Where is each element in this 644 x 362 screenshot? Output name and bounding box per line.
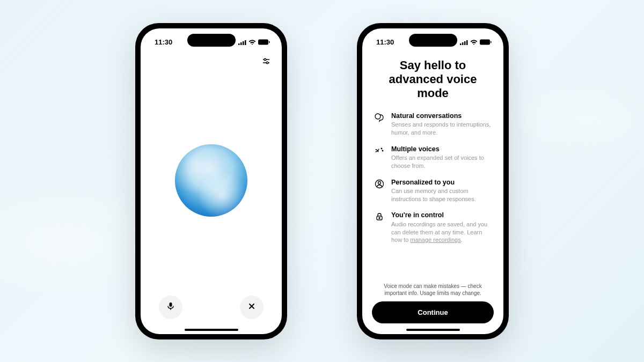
disclaimer-text: Voice mode can make mistakes — check imp… [374,283,492,301]
svg-point-26 [379,218,380,219]
notch [187,34,236,47]
close-icon [247,302,256,313]
svg-rect-16 [464,41,466,45]
svg-rect-18 [480,40,490,45]
status-icons [238,39,270,45]
svg-rect-17 [466,40,468,45]
manage-recordings-link[interactable]: manage recordings [410,237,460,243]
svg-rect-10 [170,302,172,307]
svg-rect-5 [269,41,270,43]
svg-rect-14 [460,43,462,45]
intro-content: Say hello to advanced voice mode Natural… [362,54,503,301]
svg-rect-1 [240,42,242,45]
feature-list: Natural conversations Senses and respond… [374,112,492,245]
feature-desc: Can use memory and custom instructions t… [391,187,492,203]
wifi-icon [470,40,478,45]
home-indicator [406,329,460,331]
feature-title: You're in control [391,211,492,219]
svg-point-22 [382,150,383,151]
feature-desc: Offers an expanded set of voices to choo… [391,154,492,170]
status-time: 11:30 [376,38,394,46]
phone-screen: 11:30 [141,28,282,334]
sliders-icon[interactable] [261,56,271,66]
svg-rect-2 [243,41,244,45]
feature-item-natural: Natural conversations Senses and respond… [374,112,492,137]
phone-mockup-intro: 11:30 Say hello to advanced voice mode [357,23,509,339]
microphone-button[interactable] [159,295,182,319]
svg-point-24 [378,181,381,184]
svg-rect-15 [462,42,464,45]
intro-title: Say hello to advanced voice mode [374,58,492,101]
status-icons [460,39,492,45]
lock-icon [374,211,385,222]
chat-icon [374,112,385,123]
close-button[interactable] [240,295,264,319]
voice-orb [175,144,247,217]
feature-title: Personalized to you [391,178,492,187]
svg-point-7 [264,58,266,61]
voice-orb-container [141,66,282,295]
feature-item-voices: Multiple voices Offers an expanded set o… [374,145,492,170]
feature-desc: Audio recordings are saved, and you can … [391,220,492,245]
svg-rect-19 [491,41,492,43]
svg-point-9 [266,62,268,64]
svg-rect-3 [245,40,246,45]
microphone-icon [166,301,175,313]
voices-icon [374,145,385,156]
feature-desc: Senses and responds to interruptions, hu… [391,121,492,137]
notch [409,34,457,47]
phone-mockup-voice: 11:30 [135,23,287,339]
feature-item-control: You're in control Audio recordings are s… [374,211,492,244]
phone-screen: 11:30 Say hello to advanced voice mode [362,28,503,334]
feature-item-personalized: Personalized to you Can use memory and c… [374,178,492,203]
signal-icon [238,40,246,45]
svg-rect-4 [258,40,268,45]
signal-icon [460,40,468,45]
feature-title: Multiple voices [391,145,492,153]
svg-rect-0 [238,43,240,45]
wifi-icon [248,40,256,45]
feature-title: Natural conversations [391,112,492,120]
continue-button[interactable]: Continue [372,301,494,323]
svg-point-20 [375,114,380,119]
status-time: 11:30 [155,38,172,46]
battery-icon [258,39,270,45]
home-indicator [185,329,238,331]
person-icon [374,179,385,189]
battery-icon [480,39,492,45]
svg-point-21 [381,148,382,149]
